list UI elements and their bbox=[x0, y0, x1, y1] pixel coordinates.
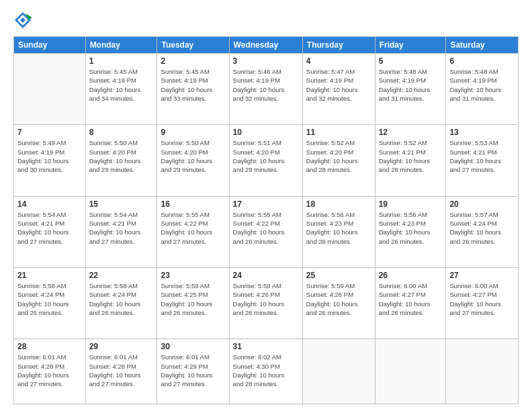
day-number: 31 bbox=[233, 342, 299, 351]
day-info: Sunrise: 5:50 AM Sunset: 4:20 PM Dayligh… bbox=[161, 138, 225, 174]
day-info: Sunrise: 5:56 AM Sunset: 4:23 PM Dayligh… bbox=[306, 210, 371, 246]
weekday-header-wednesday: Wednesday bbox=[229, 37, 302, 54]
day-number: 27 bbox=[449, 271, 515, 280]
calendar-cell: 31Sunrise: 6:02 AM Sunset: 4:30 PM Dayli… bbox=[229, 339, 302, 404]
calendar-cell: 25Sunrise: 5:59 AM Sunset: 4:26 PM Dayli… bbox=[302, 267, 375, 338]
calendar-cell: 17Sunrise: 5:55 AM Sunset: 4:22 PM Dayli… bbox=[229, 196, 302, 267]
header bbox=[13, 11, 519, 30]
day-info: Sunrise: 5:59 AM Sunset: 4:26 PM Dayligh… bbox=[306, 281, 371, 317]
calendar-cell: 20Sunrise: 5:57 AM Sunset: 4:24 PM Dayli… bbox=[446, 196, 519, 267]
logo-icon bbox=[13, 11, 32, 30]
day-number: 12 bbox=[379, 128, 443, 137]
day-number: 30 bbox=[161, 342, 225, 351]
day-number: 18 bbox=[306, 199, 371, 209]
calendar-cell bbox=[446, 339, 519, 404]
weekday-header-saturday: Saturday bbox=[446, 37, 519, 54]
day-number: 15 bbox=[89, 199, 154, 209]
calendar-cell: 8Sunrise: 5:50 AM Sunset: 4:20 PM Daylig… bbox=[85, 125, 157, 196]
day-info: Sunrise: 5:52 AM Sunset: 4:20 PM Dayligh… bbox=[306, 138, 371, 174]
weekday-header-tuesday: Tuesday bbox=[157, 37, 229, 54]
calendar-cell: 18Sunrise: 5:56 AM Sunset: 4:23 PM Dayli… bbox=[302, 196, 375, 267]
calendar-cell: 1Sunrise: 5:45 AM Sunset: 4:19 PM Daylig… bbox=[85, 54, 157, 125]
weekday-header-sunday: Sunday bbox=[14, 37, 86, 54]
day-number: 13 bbox=[449, 128, 515, 137]
day-info: Sunrise: 5:53 AM Sunset: 4:21 PM Dayligh… bbox=[449, 138, 515, 174]
day-info: Sunrise: 5:54 AM Sunset: 4:21 PM Dayligh… bbox=[89, 210, 154, 246]
day-info: Sunrise: 6:02 AM Sunset: 4:30 PM Dayligh… bbox=[233, 353, 299, 388]
day-number: 28 bbox=[17, 342, 82, 351]
calendar-cell bbox=[14, 54, 86, 125]
day-info: Sunrise: 5:54 AM Sunset: 4:21 PM Dayligh… bbox=[17, 210, 82, 246]
day-info: Sunrise: 5:47 AM Sunset: 4:19 PM Dayligh… bbox=[306, 67, 371, 103]
weekday-header-monday: Monday bbox=[85, 37, 157, 54]
day-info: Sunrise: 5:48 AM Sunset: 4:19 PM Dayligh… bbox=[379, 67, 443, 103]
day-number: 16 bbox=[161, 199, 225, 209]
calendar-cell: 5Sunrise: 5:48 AM Sunset: 4:19 PM Daylig… bbox=[375, 54, 446, 125]
day-number: 25 bbox=[306, 271, 371, 280]
day-info: Sunrise: 6:01 AM Sunset: 4:29 PM Dayligh… bbox=[161, 353, 225, 388]
day-info: Sunrise: 5:45 AM Sunset: 4:19 PM Dayligh… bbox=[161, 67, 225, 103]
calendar-cell: 21Sunrise: 5:58 AM Sunset: 4:24 PM Dayli… bbox=[14, 267, 86, 338]
day-info: Sunrise: 5:58 AM Sunset: 4:24 PM Dayligh… bbox=[17, 281, 82, 317]
day-info: Sunrise: 5:45 AM Sunset: 4:19 PM Dayligh… bbox=[89, 67, 154, 103]
calendar-cell: 11Sunrise: 5:52 AM Sunset: 4:20 PM Dayli… bbox=[302, 125, 375, 196]
day-info: Sunrise: 5:59 AM Sunset: 4:25 PM Dayligh… bbox=[161, 281, 225, 317]
calendar-week-3: 14Sunrise: 5:54 AM Sunset: 4:21 PM Dayli… bbox=[14, 196, 519, 267]
day-number: 19 bbox=[379, 199, 443, 209]
logo bbox=[13, 11, 34, 30]
calendar-cell: 16Sunrise: 5:55 AM Sunset: 4:22 PM Dayli… bbox=[157, 196, 229, 267]
calendar-cell: 23Sunrise: 5:59 AM Sunset: 4:25 PM Dayli… bbox=[157, 267, 229, 338]
calendar-cell bbox=[375, 339, 446, 404]
calendar-cell: 27Sunrise: 6:00 AM Sunset: 4:27 PM Dayli… bbox=[446, 267, 519, 338]
calendar-cell: 3Sunrise: 5:46 AM Sunset: 4:19 PM Daylig… bbox=[229, 54, 302, 125]
day-info: Sunrise: 5:50 AM Sunset: 4:20 PM Dayligh… bbox=[89, 138, 154, 174]
day-number: 3 bbox=[233, 56, 299, 66]
day-number: 11 bbox=[306, 128, 371, 137]
day-number: 26 bbox=[379, 271, 443, 280]
day-number: 22 bbox=[89, 271, 154, 280]
calendar-cell: 19Sunrise: 5:56 AM Sunset: 4:23 PM Dayli… bbox=[375, 196, 446, 267]
calendar-cell: 22Sunrise: 5:58 AM Sunset: 4:24 PM Dayli… bbox=[85, 267, 157, 338]
day-info: Sunrise: 5:46 AM Sunset: 4:19 PM Dayligh… bbox=[233, 67, 299, 103]
day-info: Sunrise: 6:01 AM Sunset: 4:28 PM Dayligh… bbox=[17, 353, 82, 388]
calendar-cell: 28Sunrise: 6:01 AM Sunset: 4:28 PM Dayli… bbox=[14, 339, 86, 404]
day-number: 8 bbox=[89, 128, 154, 137]
day-number: 24 bbox=[233, 271, 299, 280]
calendar-cell: 12Sunrise: 5:52 AM Sunset: 4:21 PM Dayli… bbox=[375, 125, 446, 196]
day-info: Sunrise: 6:00 AM Sunset: 4:27 PM Dayligh… bbox=[379, 281, 443, 317]
calendar-week-4: 21Sunrise: 5:58 AM Sunset: 4:24 PM Dayli… bbox=[14, 267, 519, 338]
day-info: Sunrise: 5:52 AM Sunset: 4:21 PM Dayligh… bbox=[379, 138, 443, 174]
day-info: Sunrise: 5:56 AM Sunset: 4:23 PM Dayligh… bbox=[379, 210, 443, 246]
calendar-table: SundayMondayTuesdayWednesdayThursdayFrid… bbox=[13, 36, 519, 404]
day-number: 21 bbox=[17, 271, 82, 280]
day-number: 4 bbox=[306, 56, 371, 66]
day-info: Sunrise: 5:55 AM Sunset: 4:22 PM Dayligh… bbox=[233, 210, 299, 246]
calendar-cell: 26Sunrise: 6:00 AM Sunset: 4:27 PM Dayli… bbox=[375, 267, 446, 338]
calendar-cell: 14Sunrise: 5:54 AM Sunset: 4:21 PM Dayli… bbox=[14, 196, 86, 267]
day-info: Sunrise: 6:01 AM Sunset: 4:28 PM Dayligh… bbox=[89, 353, 154, 388]
day-number: 6 bbox=[449, 56, 515, 66]
day-info: Sunrise: 5:51 AM Sunset: 4:20 PM Dayligh… bbox=[233, 138, 299, 174]
calendar-cell: 29Sunrise: 6:01 AM Sunset: 4:28 PM Dayli… bbox=[85, 339, 157, 404]
day-number: 1 bbox=[89, 56, 154, 66]
calendar-cell: 13Sunrise: 5:53 AM Sunset: 4:21 PM Dayli… bbox=[446, 125, 519, 196]
day-number: 2 bbox=[161, 56, 225, 66]
day-number: 7 bbox=[17, 128, 82, 137]
weekday-header-thursday: Thursday bbox=[302, 37, 375, 54]
calendar-week-2: 7Sunrise: 5:49 AM Sunset: 4:19 PM Daylig… bbox=[14, 125, 519, 196]
day-number: 14 bbox=[17, 199, 82, 209]
day-number: 23 bbox=[161, 271, 225, 280]
day-info: Sunrise: 6:00 AM Sunset: 4:27 PM Dayligh… bbox=[449, 281, 515, 317]
calendar-cell: 15Sunrise: 5:54 AM Sunset: 4:21 PM Dayli… bbox=[85, 196, 157, 267]
calendar-cell: 2Sunrise: 5:45 AM Sunset: 4:19 PM Daylig… bbox=[157, 54, 229, 125]
calendar-cell: 7Sunrise: 5:49 AM Sunset: 4:19 PM Daylig… bbox=[14, 125, 86, 196]
day-info: Sunrise: 5:58 AM Sunset: 4:24 PM Dayligh… bbox=[89, 281, 154, 317]
day-number: 17 bbox=[233, 199, 299, 209]
day-info: Sunrise: 5:49 AM Sunset: 4:19 PM Dayligh… bbox=[17, 138, 82, 174]
day-number: 29 bbox=[89, 342, 154, 351]
day-number: 20 bbox=[449, 199, 515, 209]
calendar-cell bbox=[302, 339, 375, 404]
calendar-cell: 30Sunrise: 6:01 AM Sunset: 4:29 PM Dayli… bbox=[157, 339, 229, 404]
calendar-week-5: 28Sunrise: 6:01 AM Sunset: 4:28 PM Dayli… bbox=[14, 339, 519, 404]
calendar-week-1: 1Sunrise: 5:45 AM Sunset: 4:19 PM Daylig… bbox=[14, 54, 519, 125]
